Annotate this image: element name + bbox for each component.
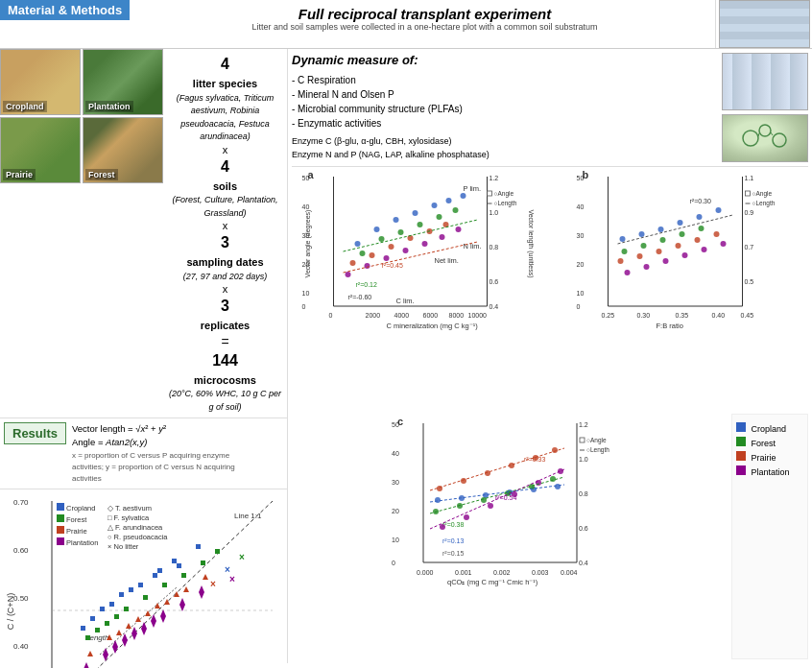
svg-point-190: [702, 247, 707, 252]
chart-a-svg: a 50 40 30 20 10 0 1.2: [292, 167, 548, 335]
svg-text:0.40: 0.40: [712, 312, 726, 319]
svg-point-141: [456, 227, 462, 232]
lab-bottles-photo: [722, 53, 808, 110]
formula-angle: Angle = Atan2(x,y): [72, 436, 235, 449]
svg-text:○Length: ○Length: [752, 200, 776, 207]
svg-text:1.1: 1.1: [745, 175, 754, 181]
dynamic-content: Dynamic measure of: C Respiration Minera…: [292, 53, 714, 162]
svg-text:○Angle: ○Angle: [752, 190, 773, 198]
svg-marker-59: [199, 585, 204, 599]
header-right-photo: [716, 0, 812, 48]
replicates-block: 3 replicates: [201, 295, 250, 334]
legend-cropland: Cropland: [736, 422, 803, 434]
legend-color-forest: [736, 437, 746, 446]
svg-point-121: [446, 198, 452, 203]
dynamic-item-3: Microbial community structure (PLFAs): [292, 102, 714, 116]
svg-point-82: [773, 133, 786, 147]
svg-marker-47: [183, 586, 189, 592]
left-column: Cropland Plantation Prairie Forest 4: [0, 49, 288, 663]
prairie-label: Prairie: [3, 169, 36, 180]
results-title: Results: [4, 422, 66, 444]
svg-point-188: [663, 258, 669, 264]
svg-text:0.004: 0.004: [561, 569, 578, 576]
svg-rect-30: [172, 559, 177, 563]
legend-color-cropland: [736, 422, 746, 432]
header-center: Full reciprocal transplant experiment Li…: [134, 0, 716, 48]
svg-text:×: ×: [239, 552, 245, 562]
results-section-header: Results Vector length = √x² + y² Angle =…: [0, 418, 287, 489]
microcosms-block: 144 microcosms (20°C, 60% WHC, 10 g C pe…: [167, 349, 283, 415]
formula-defs: x = proportion of C versus P acquiring e…: [72, 450, 235, 485]
svg-text:0.45: 0.45: [741, 312, 754, 319]
svg-text:10000: 10000: [468, 312, 488, 319]
top-row: Material & Methods Full reciprocal trans…: [0, 0, 812, 49]
svg-text:Vector angle (degrees): Vector angle (degrees): [304, 210, 312, 278]
svg-rect-71: [57, 526, 64, 534]
dynamic-item-2: Mineral N and Olsen P: [292, 87, 714, 102]
svg-point-245: [536, 480, 541, 486]
svg-line-249: [430, 448, 564, 490]
svg-point-122: [461, 193, 466, 199]
svg-text:1.0: 1.0: [490, 209, 499, 216]
svg-point-181: [637, 253, 643, 259]
svg-point-240: [552, 447, 558, 453]
charts-ab-row: a 50 40 30 20 10 0 1.2: [292, 167, 808, 414]
svg-text:×: ×: [210, 579, 216, 589]
molecule-image: [722, 114, 808, 162]
body-row: Cropland Plantation Prairie Forest 4: [0, 49, 812, 663]
svg-text:○Length: ○Length: [586, 446, 609, 454]
plantation-image: Plantation: [83, 49, 163, 115]
experiment-details: 4 litter species (Fagus sylvatica, Triti…: [163, 49, 287, 418]
x-sym-3: x: [223, 283, 228, 295]
svg-rect-33: [105, 621, 109, 626]
svg-rect-73: [57, 537, 64, 545]
svg-marker-53: [84, 662, 89, 669]
scatter-plot-svg: 0.70 0.60 0.50 0.40 0.30 0.30 0.40 0.50 …: [4, 491, 284, 669]
svg-text:0.003: 0.003: [532, 569, 549, 576]
svg-text:Line 1:1: Line 1:1: [234, 512, 262, 520]
svg-point-80: [743, 131, 758, 146]
svg-text:r²=0.12: r²=0.12: [356, 281, 377, 288]
plantation-label: Plantation: [85, 101, 133, 112]
svg-point-228: [555, 484, 561, 489]
svg-text:0.8: 0.8: [579, 490, 588, 497]
svg-text:△ F. arundinacea: △ F. arundinacea: [107, 523, 163, 532]
svg-rect-31: [196, 544, 201, 549]
svg-point-183: [676, 243, 681, 249]
svg-text:4000: 4000: [394, 312, 410, 319]
svg-marker-61: [131, 627, 137, 640]
prairie-image: Prairie: [0, 117, 81, 183]
experiment-subtitle: Litter and soil samples were collected i…: [251, 22, 597, 32]
sampling-label: sampling dates: [183, 254, 268, 271]
svg-rect-28: [153, 573, 157, 578]
svg-text:10: 10: [577, 290, 585, 297]
svg-point-139: [422, 241, 428, 247]
shared-legend: Cropland Forest Prairie Plantation: [731, 414, 808, 660]
sampling-dates: (27, 97 and 202 days): [183, 271, 268, 284]
svg-line-192: [618, 215, 733, 244]
svg-text:0: 0: [392, 560, 395, 566]
page-wrapper: Material & Methods Full reciprocal trans…: [0, 0, 812, 668]
forest-label: Forest: [85, 169, 118, 180]
svg-text:50: 50: [392, 421, 399, 428]
svg-text:20: 20: [577, 261, 585, 268]
svg-text:0.001: 0.001: [455, 569, 472, 576]
svg-point-120: [432, 203, 438, 208]
svg-text:r²=0.15: r²=0.15: [442, 550, 464, 557]
svg-text:0.40: 0.40: [13, 642, 29, 651]
forest-image: Forest: [83, 117, 163, 183]
svg-rect-40: [95, 628, 100, 632]
experiment-title: Full reciprocal transplant experiment: [299, 6, 551, 22]
svg-point-178: [680, 231, 685, 237]
chart-b-svg: b 50 40 30 20 10 0 1.1 0.9: [552, 167, 808, 335]
svg-text:0.000: 0.000: [417, 569, 434, 576]
top-header: Full reciprocal transplant experiment Li…: [138, 6, 711, 32]
svg-rect-23: [138, 583, 143, 587]
svg-point-171: [658, 227, 664, 232]
legend-color-plantation: [736, 465, 746, 475]
svg-point-242: [464, 514, 469, 520]
svg-point-179: [699, 226, 705, 231]
svg-text:0.30: 0.30: [637, 312, 651, 319]
litter-species-names: (Fagus sylvatica, Triticum aestivum, Rob…: [167, 92, 283, 144]
svg-point-172: [678, 220, 683, 226]
